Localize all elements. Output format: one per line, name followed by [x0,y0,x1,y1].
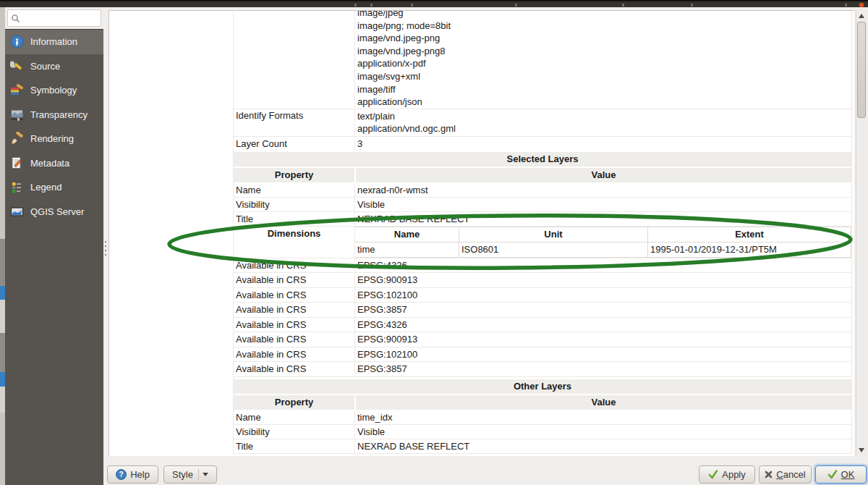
section-header-selected-layers: Selected Layers [234,152,851,166]
table-row: Available in CRS EPSG:4326 [234,258,851,274]
value-line: text/plain [357,110,851,123]
sidebar-item-rendering[interactable]: Rendering [5,127,103,151]
format-line: image/png; mode=8bit [357,20,851,33]
titlebar-text-fragment [622,4,624,7]
table-header-row: Property Value [234,168,851,182]
value-cell: EPSG:4326 [355,258,851,273]
window-titlebar[interactable] [0,0,868,7]
property-cell: Available in CRS [234,347,355,362]
value-cell: nexrad-n0r-wmst [355,183,851,197]
table-row: Title NEXRAD BASE REFLECT [234,212,851,227]
help-icon: ? [116,469,127,480]
ok-label: OK [841,469,855,480]
value-cell: EPSG:900913 [355,332,851,347]
value-cell: EPSG:4326 [355,318,851,332]
image-formats-row: image/jpeg image/png; mode=8bit image/vn… [234,10,851,109]
sidebar-item-metadata[interactable]: Metadata [5,151,103,176]
value-cell: image/jpeg image/png; mode=8bit image/vn… [355,10,851,109]
sidebar-item-label: Legend [30,182,61,193]
value-cell: 3 [355,137,851,151]
table-row: Available in CRS EPSG:900913 [234,273,851,288]
sidebar-item-label: Source [30,61,60,72]
value-cell: EPSG:102100 [355,347,851,362]
properties-search-input[interactable] [20,12,93,25]
apply-button[interactable]: Apply [699,465,755,484]
information-icon [10,35,24,48]
style-label: Style [172,469,193,480]
wrench-tools-icon [10,59,24,73]
ok-button[interactable]: OK [815,465,867,484]
background-row-fragment [0,333,5,372]
value-cell: Visible [355,198,851,211]
property-cell: Title [234,212,355,226]
paintbrush-icon [10,132,24,146]
style-dropdown-button[interactable]: Style [163,465,217,484]
background-row-fragment [0,387,5,413]
server-map-icon [10,205,24,219]
vertical-scrollbar[interactable] [856,10,867,456]
sidebar-item-label: Metadata [30,158,69,169]
search-box [7,9,101,27]
property-cell: Available in CRS [234,362,355,376]
scrollbar-thumb[interactable] [857,22,866,118]
property-cell: Available in CRS [234,273,355,287]
property-cell: Name [234,410,355,424]
button-separator [198,469,199,480]
sidebar-item-legend[interactable]: Legend [5,175,103,200]
sidebar-item-label: Information [30,36,77,47]
format-line: image/vnd.jpeg-png [357,32,851,45]
dimensions-table: Name Unit Extent time ISO8601 1995-01-01… [355,227,851,258]
sidebar-item-source[interactable]: Source [5,54,103,79]
table-row: Visibility Visible [234,425,851,439]
search-icon [11,14,20,23]
value-line: application/vnd.ogc.gml [357,122,851,135]
dim-name-cell: time [355,242,459,258]
value-cell: EPSG:3857 [355,303,851,317]
splitter-handle[interactable] [105,241,106,258]
dimensions-row: Dimensions Name Unit Extent time ISO8601… [234,227,851,258]
sidebar-item-label: Symbology [30,85,77,96]
svg-text:?: ? [119,471,124,478]
table-row: Available in CRS EPSG:3857 [234,303,851,318]
cancel-button[interactable]: Cancel [759,465,812,484]
help-button[interactable]: ? Help [107,465,158,484]
property-cell: Visibility [234,198,355,211]
dimensions-label: Dimensions [234,227,355,258]
sidebar-item-information[interactable]: Information [5,30,103,54]
background-selected-row-fragment [0,372,5,387]
titlebar-text-fragment [691,4,693,7]
sidebar-item-label: QGIS Server [30,206,84,217]
value-cell: Visible [355,425,851,439]
dim-column-header: Name [355,227,459,242]
scroll-down-icon[interactable] [859,448,864,452]
sidebar-item-qgis-server[interactable]: QGIS Server [5,200,103,224]
format-line: image/jpeg [357,10,851,20]
property-cell: Available in CRS [234,303,355,317]
titlebar-text-fragment [411,4,413,7]
paintbrush-palette-icon [10,83,24,97]
scroll-up-icon[interactable] [859,14,864,18]
property-cell: Available in CRS [234,258,355,273]
format-line: image/tiff [357,83,851,96]
value-column-header: Value [356,395,851,410]
legend-list-icon [10,180,24,194]
titlebar-text-fragment [370,4,373,7]
sidebar: Information Source [5,7,103,485]
layer-info-table: image/jpeg image/png; mode=8bit image/vn… [233,11,852,454]
sidebar-item-transparency[interactable]: Transparency [5,103,103,127]
properties-nav-list: Information Source [5,29,103,485]
identify-formats-row: Identify Formats text/plain application/… [234,109,851,136]
property-cell: Layer Count [234,137,355,151]
qgis-layer-properties-dialog: Information Source [0,0,868,485]
value-cell: NEXRAD BASE REFLECT [355,439,851,453]
sidebar-item-symbology[interactable]: Symbology [5,78,103,103]
table-row: Visibility Visible [234,198,851,212]
property-cell: Name [234,183,355,197]
x-icon [765,471,773,478]
close-icon[interactable] [859,3,864,7]
help-label: Help [130,469,150,480]
transparency-image-icon [10,108,24,122]
format-line: image/svg+xml [357,70,851,83]
section-header-other-layers: Other Layers [234,379,851,394]
dim-column-header: Unit [459,227,648,242]
